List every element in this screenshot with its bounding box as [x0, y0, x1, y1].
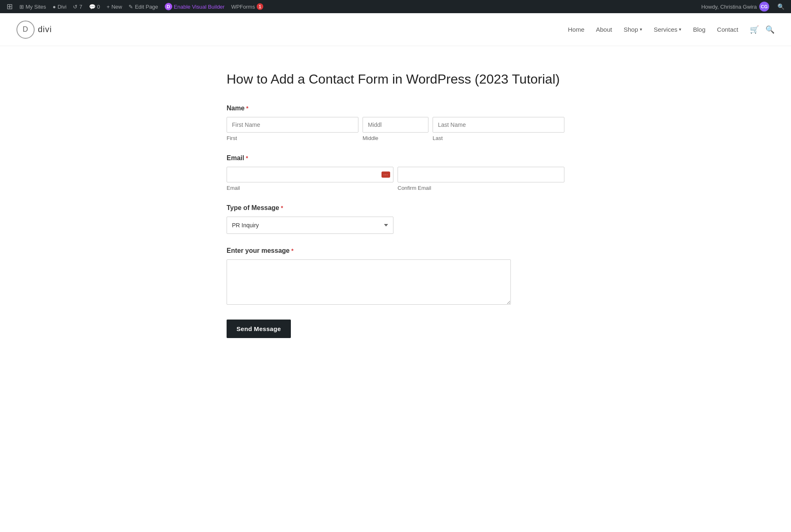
email-required-star: * [246, 155, 248, 161]
confirm-email-sublabel: Confirm Email [398, 185, 564, 191]
name-required-star: * [246, 105, 248, 112]
email-dots-icon[interactable]: ··· [381, 171, 390, 177]
submit-button[interactable]: Send Message [227, 320, 291, 338]
howdy-text: Howdy, Christina Gwira [701, 4, 757, 10]
updates-icon: ↺ [73, 4, 77, 10]
email-input-container: ··· [227, 167, 393, 182]
nav-icons: 🛒 🔍 [750, 25, 775, 34]
nav-contact[interactable]: Contact [717, 26, 738, 33]
name-fields-row: First Middle Last [227, 117, 564, 141]
wpforms-label: WPForms [231, 4, 255, 10]
logo-letter: D [23, 25, 28, 34]
name-label: Name * [227, 105, 564, 112]
user-avatar: CG [759, 2, 769, 12]
last-name-input[interactable] [433, 117, 564, 133]
middle-name-wrap: Middle [363, 117, 428, 141]
first-name-input[interactable] [227, 117, 358, 133]
my-sites-menu[interactable]: ⊞ My Sites [16, 0, 49, 13]
type-required-star: * [281, 205, 283, 211]
nav-blog-label: Blog [693, 26, 705, 33]
edit-page-menu[interactable]: ✎ Edit Page [125, 0, 161, 13]
message-required-star: * [291, 247, 293, 254]
plus-icon: + [107, 4, 110, 10]
last-name-sublabel: Last [433, 135, 564, 141]
type-section: Type of Message * PR Inquiry General Inq… [227, 204, 564, 234]
confirm-email-wrap: Confirm Email [398, 167, 564, 191]
logo-name: divi [38, 25, 52, 34]
page-title: How to Add a Contact Form in WordPress (… [227, 71, 564, 88]
message-label: Enter your message * [227, 247, 564, 254]
nav-services[interactable]: Services ▾ [654, 26, 682, 33]
wpforms-menu[interactable]: WPForms 1 [228, 0, 267, 13]
email-input-wrap: ··· Email [227, 167, 393, 191]
nav-about[interactable]: About [596, 26, 612, 33]
howdy-section[interactable]: Howdy, Christina Gwira CG [701, 2, 769, 12]
edit-icon: ✎ [129, 4, 133, 10]
wpforms-badge: 1 [257, 3, 263, 10]
logo-circle: D [16, 21, 35, 39]
wordpress-logo[interactable]: ⊞ [3, 0, 16, 13]
email-fields-row: ··· Email Confirm Email [227, 167, 564, 191]
first-name-sublabel: First [227, 135, 358, 141]
email-section: Email * ··· Email Confirm Email [227, 154, 564, 191]
nav-home-label: Home [568, 26, 584, 33]
updates-menu[interactable]: ↺ 7 [70, 0, 85, 13]
submit-section: Send Message [227, 320, 564, 338]
site-nav: Home About Shop ▾ Services ▾ Blog Contac… [568, 25, 775, 34]
nav-home[interactable]: Home [568, 26, 584, 33]
chevron-down-icon: ▾ [679, 27, 681, 32]
email-input[interactable] [227, 167, 393, 182]
enable-vb-label: Enable Visual Builder [174, 4, 225, 10]
updates-count: 7 [79, 4, 82, 10]
middle-name-input[interactable] [363, 117, 428, 133]
edit-page-label: Edit Page [135, 4, 158, 10]
comments-count: 0 [97, 4, 100, 10]
email-sublabel: Email [227, 185, 393, 191]
nav-blog[interactable]: Blog [693, 26, 705, 33]
message-textarea[interactable] [227, 259, 511, 305]
message-section: Enter your message * [227, 247, 564, 306]
first-name-wrap: First [227, 117, 358, 141]
my-sites-icon: ⊞ [19, 4, 24, 10]
site-logo[interactable]: D divi [16, 21, 52, 39]
main-content: How to Add a Contact Form in WordPress (… [210, 71, 581, 338]
nav-shop-label: Shop [624, 26, 638, 33]
name-section: Name * First Middle Last [227, 105, 564, 141]
cart-icon[interactable]: 🛒 [750, 25, 759, 34]
divi-icon: ● [53, 4, 56, 10]
new-label: New [111, 4, 122, 10]
chevron-down-icon: ▾ [640, 27, 642, 32]
admin-bar-left: ⊞ ⊞ My Sites ● Divi ↺ 7 💬 0 + New ✎ Edit… [3, 0, 701, 13]
nav-contact-label: Contact [717, 26, 738, 33]
middle-name-sublabel: Middle [363, 135, 428, 141]
divi-menu[interactable]: ● Divi [49, 0, 70, 13]
comments-icon: 💬 [89, 4, 96, 10]
contact-form: Name * First Middle Last [227, 105, 564, 338]
type-label: Type of Message * [227, 204, 564, 212]
admin-bar: ⊞ ⊞ My Sites ● Divi ↺ 7 💬 0 + New ✎ Edit… [0, 0, 791, 13]
admin-bar-right: Howdy, Christina Gwira CG 🔍 [701, 2, 788, 12]
divi-label: Divi [58, 4, 67, 10]
site-header: D divi Home About Shop ▾ Services ▾ Blog… [0, 13, 791, 46]
last-name-wrap: Last [433, 117, 564, 141]
enable-vb-button[interactable]: D Enable Visual Builder [161, 0, 228, 13]
search-icon[interactable]: 🔍 [765, 25, 775, 34]
type-select[interactable]: PR Inquiry General Inquiry Support Other [227, 217, 393, 234]
new-menu[interactable]: + New [103, 0, 126, 13]
email-label: Email * [227, 154, 564, 162]
my-sites-label: My Sites [26, 4, 46, 10]
divi-d-icon: D [165, 3, 172, 10]
admin-search-icon[interactable]: 🔍 [774, 3, 788, 10]
comments-menu[interactable]: 💬 0 [86, 0, 103, 13]
nav-about-label: About [596, 26, 612, 33]
nav-shop[interactable]: Shop ▾ [624, 26, 642, 33]
nav-services-label: Services [654, 26, 678, 33]
confirm-email-input[interactable] [398, 167, 564, 182]
